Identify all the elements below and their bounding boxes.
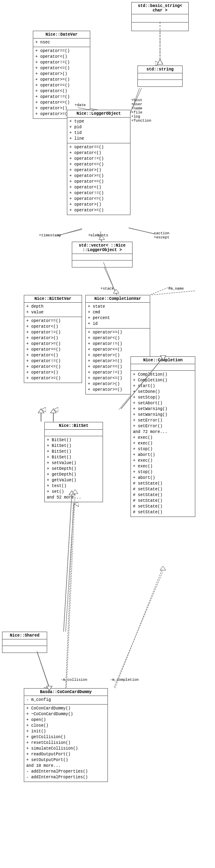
svg-line-8 (128, 228, 156, 234)
box-title-nice-completionvar: Nice::CompletionVar (86, 295, 150, 303)
box-section (132, 14, 188, 23)
box-title-nice-datevar: Nice::DateVar (33, 31, 90, 39)
box-section-bitset-empty (45, 430, 103, 436)
box-nice-loggerobject: Nice::LoggerObject + type+ pid+ tid+ lin… (67, 110, 130, 215)
svg-line-44 (114, 571, 163, 687)
label-timestamp: +timestamp (39, 233, 61, 238)
box-section-coconcard-attrs: - m_config (24, 696, 108, 705)
box-section (72, 261, 132, 267)
box-title-nice-completion: Nice::Completion (131, 357, 195, 364)
box-nice-bitsetvar: Nice::BitSetVar + depth+ value + operato… (24, 295, 82, 383)
label-m-name: #m_name (168, 287, 184, 291)
box-section-bitsetvar-attrs: + depth+ value (24, 303, 82, 317)
box-std-vector: std::vector< ::Nice::LoggerObject > (72, 242, 133, 267)
svg-line-28 (129, 228, 155, 234)
box-title-basda-coconcard: Basda::CoConCardDummy (24, 689, 108, 696)
svg-line-14 (66, 504, 74, 632)
box-section-bitset-ops: + BitSet() + BitSet() + BitSet() + BitSe… (45, 436, 103, 502)
box-title-nice-shared: Nice::Shared (2, 632, 47, 639)
box-section-completion-empty (131, 364, 195, 371)
svg-marker-37 (50, 409, 56, 413)
box-title-std-string: std::string (138, 66, 182, 73)
svg-line-10 (150, 287, 170, 295)
label-action-except: +action+except (154, 231, 169, 240)
box-section (138, 80, 182, 86)
box-section-loggerobject-ops: + operator==() + operator<() + operator!… (67, 143, 130, 215)
svg-marker-36 (38, 409, 44, 413)
box-section-coconcard-ops: + CoConCardDummy() + ~CoConCardDummy() +… (24, 705, 108, 782)
box-title-nice-bitset: Nice::BitSet (45, 422, 103, 430)
box-section-completionvar-attrs: + state+ cmd+ percent+ id (86, 303, 150, 329)
box-section (132, 23, 188, 31)
box-section-bitsetvar-ops: + operator==() + operator<() + operator!… (24, 317, 82, 383)
svg-line-42 (66, 492, 75, 687)
label-elements: +elements (88, 233, 108, 238)
diagram-container: std::basic_string<char > std::string Nic… (0, 0, 215, 868)
svg-marker-30 (113, 289, 119, 293)
box-title-std-vector: std::vector< ::Nice::LoggerObject > (72, 242, 132, 254)
svg-line-15 (66, 492, 74, 688)
svg-line-16 (115, 569, 162, 688)
svg-marker-45 (160, 566, 166, 570)
svg-marker-22 (157, 59, 163, 64)
box-title-std-basic-string: std::basic_string<char > (132, 2, 188, 14)
box-section-datevar-attrs: + nsec (33, 39, 90, 47)
box-section-shared-empty2 (2, 646, 47, 653)
label-m-completion: -m_completion (110, 678, 139, 682)
label-date: +date (75, 103, 86, 107)
svg-line-40 (37, 651, 49, 687)
label-stack: +stack (101, 287, 114, 291)
box-nice-bitset: Nice::BitSet + BitSet() + BitSet() + Bit… (44, 422, 103, 502)
label-host-user: +host+user+name+file+log+function (131, 98, 151, 123)
box-std-string: std::string (137, 66, 183, 87)
box-title-nice-loggerobject: Nice::LoggerObject (67, 110, 130, 118)
box-title-nice-bitsetvar: Nice::BitSetVar (24, 295, 82, 303)
label-m-collision: -m_collision (61, 678, 87, 682)
svg-line-31 (151, 291, 195, 295)
box-section-datevar-ops: + operator==() + operator<() + operator!… (33, 47, 90, 118)
svg-line-27 (59, 229, 82, 235)
box-nice-completion: Nice::Completion + Completion() + Comple… (130, 356, 195, 517)
box-section (138, 73, 182, 80)
box-std-basic-string: std::basic_string<char > (131, 2, 189, 31)
box-section-shared-empty1 (2, 639, 47, 646)
box-section (72, 254, 132, 261)
box-section-loggerobject-attrs: + type+ pid+ tid+ line (67, 118, 130, 143)
box-basda-coconcard: Basda::CoConCardDummy - m_config + CoCon… (24, 688, 108, 782)
svg-line-17 (37, 651, 49, 688)
svg-line-38 (64, 494, 72, 632)
box-section-completion-ops: + Completion() + Completion() + start() … (131, 371, 195, 517)
box-nice-shared: Nice::Shared (2, 632, 47, 653)
